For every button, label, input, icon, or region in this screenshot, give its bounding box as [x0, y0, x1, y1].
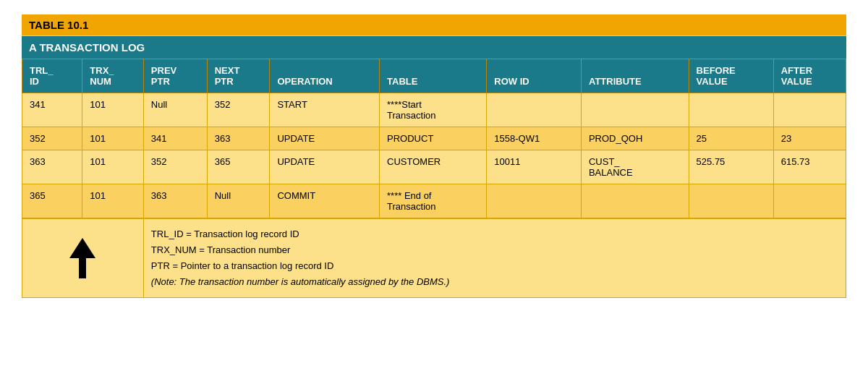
cell-after_value — [773, 184, 846, 219]
footer-row: TRL_ID = Transaction log record ID TRX_N… — [22, 218, 846, 298]
cell-before_value — [689, 93, 773, 127]
cell-table: **** End ofTransaction — [380, 184, 487, 219]
col-prev-ptr: PREVPTR — [143, 59, 207, 93]
note3: PTR = Pointer to a transaction log recor… — [151, 260, 334, 271]
col-next-ptr: NEXTPTR — [207, 59, 270, 93]
cell-table: PRODUCT — [380, 127, 487, 150]
cell-trl_id: 352 — [22, 127, 82, 150]
header-row: TRL_ID TRX_NUM PREVPTR NEXTPTR OPERATION… — [22, 59, 846, 93]
cell-prev_ptr: Null — [143, 93, 207, 127]
cell-trl_id: 365 — [22, 184, 82, 219]
note2: TRX_NUM = Transaction number — [151, 244, 291, 255]
cell-row_id — [487, 184, 582, 219]
col-row-id: ROW ID — [487, 59, 582, 93]
cell-row_id: 1558-QW1 — [487, 127, 582, 150]
table-row: 341101Null352START****StartTransaction — [22, 93, 846, 127]
cell-attribute: CUST_BALANCE — [581, 150, 689, 184]
footer-notes-cell: TRL_ID = Transaction log record ID TRX_N… — [143, 218, 846, 298]
cell-before_value: 525.75 — [689, 150, 773, 184]
cell-trl_id: 341 — [22, 93, 82, 127]
main-container: TABLE 10.1 A TRANSACTION LOG TRL_ID TRX_… — [22, 14, 846, 298]
cell-trx_num: 101 — [82, 184, 143, 219]
transaction-log-table: TRL_ID TRX_NUM PREVPTR NEXTPTR OPERATION… — [22, 59, 846, 298]
cell-next_ptr: 352 — [207, 93, 270, 127]
arrow-cell — [22, 218, 144, 298]
col-attribute: ATTRIBUTE — [581, 59, 689, 93]
col-after-value: AFTERVALUE — [773, 59, 846, 93]
cell-before_value: 25 — [689, 127, 773, 150]
cell-row_id — [487, 93, 582, 127]
cell-attribute: PROD_QOH — [581, 127, 689, 150]
cell-prev_ptr: 363 — [143, 184, 207, 219]
table-row: 365101363NullCOMMIT**** End ofTransactio… — [22, 184, 846, 219]
col-operation: OPERATION — [270, 59, 380, 93]
cell-operation: UPDATE — [270, 127, 380, 150]
cell-operation: COMMIT — [270, 184, 380, 219]
cell-attribute — [581, 93, 689, 127]
col-table: TABLE — [380, 59, 487, 93]
cell-next_ptr: 363 — [207, 127, 270, 150]
table-row: 363101352365UPDATECUSTOMER10011CUST_BALA… — [22, 150, 846, 184]
cell-after_value: 615.73 — [773, 150, 846, 184]
col-trl-id: TRL_ID — [22, 59, 82, 93]
cell-trx_num: 101 — [82, 93, 143, 127]
table-row: 352101341363UPDATEPRODUCT1558-QW1PROD_QO… — [22, 127, 846, 150]
cell-attribute — [581, 184, 689, 219]
cell-operation: START — [270, 93, 380, 127]
cell-operation: UPDATE — [270, 150, 380, 184]
cell-after_value — [773, 93, 846, 127]
cell-prev_ptr: 341 — [143, 127, 207, 150]
cell-trx_num: 101 — [82, 127, 143, 150]
table-title: A TRANSACTION LOG — [22, 36, 846, 59]
note1: TRL_ID = Transaction log record ID — [151, 229, 299, 239]
cell-table: ****StartTransaction — [380, 93, 487, 127]
table-label: TABLE 10.1 — [22, 14, 846, 36]
cell-next_ptr: 365 — [207, 150, 270, 184]
cell-table: CUSTOMER — [380, 150, 487, 184]
col-before-value: BEFOREVALUE — [689, 59, 773, 93]
cell-next_ptr: Null — [207, 184, 270, 219]
cell-trx_num: 101 — [82, 150, 143, 184]
cell-trl_id: 363 — [22, 150, 82, 184]
cell-row_id: 10011 — [487, 150, 582, 184]
cell-prev_ptr: 352 — [143, 150, 207, 184]
col-trx-num: TRX_NUM — [82, 59, 143, 93]
cell-after_value: 23 — [773, 127, 846, 150]
note4: (Note: The transaction number is automat… — [151, 276, 450, 287]
cell-before_value — [689, 184, 773, 219]
